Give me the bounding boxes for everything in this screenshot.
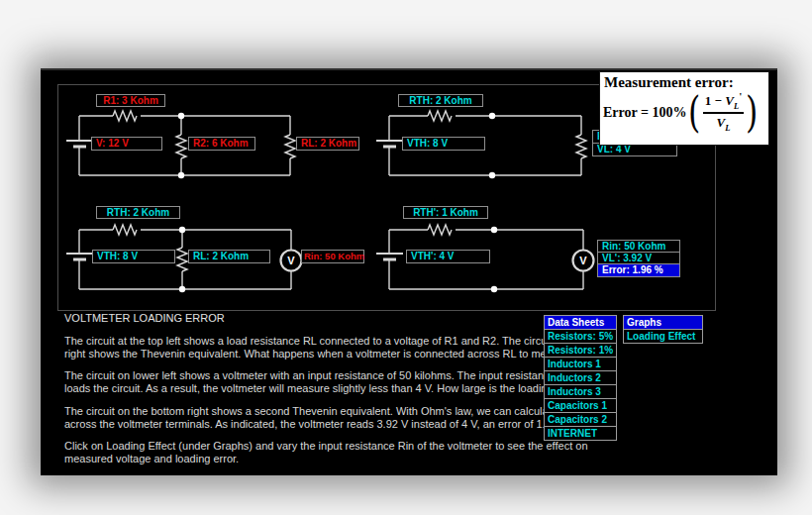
menu-item-resistors-1[interactable]: Resistors: 1% (544, 343, 617, 358)
error-formula: Error = 100% ( 1 − VL' VL ) (600, 90, 768, 136)
paragraph-line: The circuit on the bottom right shows a … (64, 405, 542, 418)
description-paragraph: The circuit on lower left shows a voltme… (64, 369, 542, 395)
description-paragraph: Click on Loading Effect (under Graphs) a… (64, 440, 542, 465)
rl-value-label: RL: 2 Kohm (188, 250, 270, 263)
paragraph-line: across the voltmeter terminals. As indic… (64, 418, 542, 431)
menu-item-inductors-3[interactable]: Inductors 3 (544, 384, 617, 399)
numerator-variable: V (725, 93, 734, 108)
rl-value-label: RL: 2 Kohm (296, 137, 359, 151)
numerator-subscript: L (734, 101, 739, 111)
vth-prime-value-label: VTH': 4 V (406, 250, 490, 263)
rth-value-label: RTH: 2 Kohm (398, 94, 483, 107)
menu-item-capacitors-1[interactable]: Capacitors 1 (544, 398, 617, 413)
menu-item-loading-effect[interactable]: Loading Effect (623, 329, 703, 344)
description-paragraph: The circuit at the top left shows a load… (64, 335, 542, 360)
paragraph-line: The circuit at the top left shows a load… (64, 335, 542, 348)
denominator-variable: V (717, 115, 726, 130)
voltmeter-icon: V (287, 255, 295, 266)
denominator-subscript: L (725, 123, 730, 133)
menu-item-inductors-2[interactable]: Inductors 2 (544, 370, 617, 385)
measurement-error-box: Measurement error: Error = 100% ( 1 − VL… (599, 71, 769, 146)
numerator-prefix: 1 − (705, 93, 725, 108)
rin-value-label: Rin: 50 Kohm (301, 250, 364, 263)
paragraph-line: measured voltage and loading error. (64, 453, 542, 465)
vth-value-label: VTH: 8 V (92, 250, 175, 263)
page-title: VOLTMETER LOADING ERROR (64, 312, 542, 325)
paragraph-line: The circuit on lower left shows a voltme… (64, 369, 542, 382)
source-voltage-label: V: 12 V (91, 137, 162, 151)
numerator-prime: ' (739, 90, 742, 102)
close-paren: ) (746, 90, 758, 136)
menu-item-internet[interactable]: INTERNET (544, 426, 617, 441)
graphs-menu-header[interactable]: Graphs (623, 315, 703, 330)
app-background: V V R1: 3 Kohm V: 12 V R2: 6 Kohm RL: 2 … (0, 0, 812, 515)
data-sheets-menu-header[interactable]: Data Sheets (544, 315, 617, 330)
formula-lhs: Error = 100% (603, 105, 686, 121)
graphs-menu: Graphs Loading Effect (623, 315, 703, 344)
fraction-numerator: 1 − VL' (703, 93, 744, 114)
rth-prime-value-label: RTH': 1 Kohm (403, 206, 488, 219)
description-paragraph: The circuit on the bottom right shows a … (64, 405, 542, 431)
description-block: VOLTMETER LOADING ERROR The circuit at t… (64, 312, 542, 465)
data-sheets-menu: Data Sheets Resistors: 5% Resistors: 1% … (544, 315, 617, 441)
formula-fraction: 1 − VL' VL (703, 93, 744, 132)
vth-value-label: VTH: 8 V (402, 137, 485, 151)
rth-value-label: RTH: 2 Kohm (96, 206, 180, 219)
voltmeter-icon: V (579, 255, 587, 266)
paragraph-line: right shows the Thevenin equivalent. Wha… (64, 348, 542, 360)
r2-value-label: R2: 6 Kohm (188, 137, 255, 151)
menu-item-resistors-5[interactable]: Resistors: 5% (544, 329, 617, 344)
paragraph-line: loads the circuit. As a result, the volt… (64, 382, 542, 395)
paragraph-line: Click on Loading Effect (under Graphs) a… (64, 440, 542, 453)
fraction-denominator: VL (717, 114, 731, 133)
r1-value-label: R1: 3 Kohm (96, 94, 165, 107)
menu-item-capacitors-2[interactable]: Capacitors 2 (544, 412, 617, 427)
measurement-error-title: Measurement error: (600, 72, 768, 91)
error-readout-badge: Error: 1.96 % (597, 263, 680, 277)
open-paren: ( (689, 90, 701, 136)
menu-item-inductors-1[interactable]: Inductors 1 (544, 357, 617, 371)
